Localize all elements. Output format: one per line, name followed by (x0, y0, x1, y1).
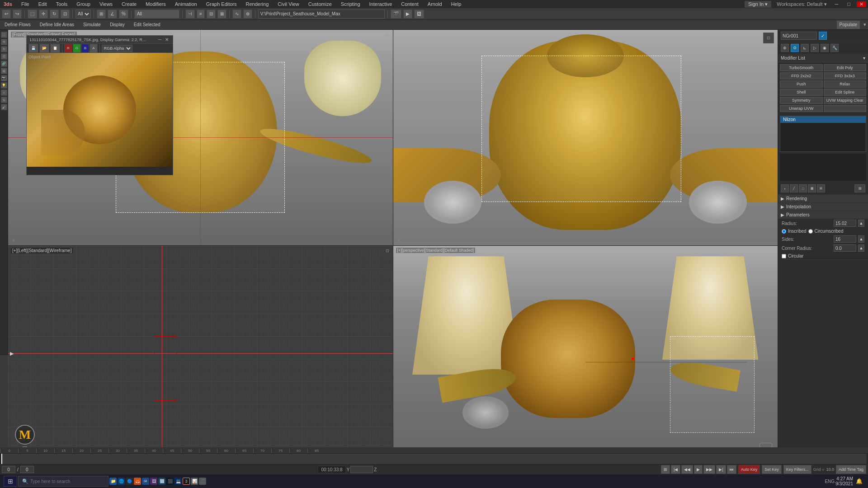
mod-unwrapuvw[interactable]: Unwrap UVW (780, 105, 823, 112)
radius-spinner[interactable]: ▲ (858, 220, 864, 227)
align-btn[interactable]: ≡ (197, 9, 205, 19)
y-coord[interactable] (350, 466, 373, 473)
circular-checkbox[interactable] (782, 254, 786, 258)
panel-icon-modify[interactable]: ⚙ (791, 44, 799, 52)
channel-b[interactable]: B (81, 44, 89, 53)
simulate-btn[interactable]: Simulate (80, 21, 104, 29)
view-dropdown[interactable]: All (75, 9, 91, 19)
sidebar-unlink[interactable]: ⛓ (1, 68, 7, 74)
taskbar-misc1[interactable]: 📊 (191, 478, 198, 485)
next-key-btn[interactable]: ▶▶ (703, 465, 715, 474)
define-idle-areas-btn[interactable]: Define Idle Areas (37, 21, 77, 29)
taskbar-chrome[interactable]: 🔵 (126, 478, 133, 485)
select-btn[interactable]: ⬚ (28, 9, 37, 19)
set-key-btn[interactable]: Set Key (762, 465, 782, 474)
preview-close[interactable]: ✕ (164, 37, 170, 42)
render-setup-btn[interactable]: 🎬 (391, 9, 401, 19)
sidebar-rotate[interactable]: ↻ (1, 46, 7, 52)
channel-a[interactable]: A (90, 44, 97, 53)
mod-ffd2x2x2[interactable]: FFD 2x2x2 (780, 72, 823, 80)
next-frame-btn[interactable]: ▶| (716, 465, 726, 474)
sidebar-link[interactable]: 🔗 (1, 61, 7, 67)
subobj-edges[interactable]: ╱ (790, 184, 798, 192)
snap-percent-btn[interactable]: % (119, 9, 128, 19)
vp-icon-persp[interactable]: ⊡ (763, 33, 774, 43)
menu-create[interactable]: Create (120, 1, 138, 7)
modifier-list-arrow[interactable]: ▾ (863, 56, 865, 61)
taskbar-edge[interactable]: 🌐 (118, 478, 125, 485)
object-name-confirm[interactable]: ✓ (819, 32, 827, 40)
taskbar-mail[interactable]: ✉ (142, 478, 149, 485)
filepath-input[interactable] (258, 9, 385, 19)
menu-file[interactable]: File (19, 1, 31, 7)
mod-empty[interactable] (824, 105, 867, 112)
sidebar-helper[interactable]: + (1, 89, 7, 96)
sign-in-btn[interactable]: Sign In ▾ (745, 1, 771, 8)
prev-copy[interactable]: 📋 (50, 44, 60, 53)
create-sel-btn[interactable]: All (134, 9, 179, 19)
vp-icon-left[interactable]: ⊡ (386, 249, 389, 253)
panel-icon-hierarchy[interactable]: ⊾ (801, 44, 809, 52)
sidebar-camera[interactable]: 📷 (1, 75, 7, 81)
menu-modifiers[interactable]: Modifiers (144, 1, 168, 7)
mod-relax[interactable]: Relax (824, 80, 867, 88)
menu-views[interactable]: Views (98, 1, 114, 7)
search-bar[interactable]: 🔍 (18, 476, 108, 487)
mod-editspline[interactable]: Edit Spline (824, 89, 867, 96)
param-btn[interactable]: ▤ (854, 184, 865, 192)
menu-group[interactable]: Group (75, 1, 92, 7)
edit-selected-btn[interactable]: Edit Selected (131, 21, 163, 29)
populate-btn[interactable]: Populate (837, 21, 860, 29)
taskbar-firefox[interactable]: 🦊 (134, 478, 141, 485)
prev-open[interactable]: 📂 (39, 44, 49, 53)
panel-icon-create[interactable]: ⊕ (781, 44, 789, 52)
taskbar-misc2[interactable]: 🎵 (199, 478, 206, 485)
rotate-btn[interactable]: ↻ (50, 9, 59, 19)
interpolation-header[interactable]: ▶ Interpolation (778, 203, 868, 211)
window-maximize[interactable]: □ (844, 1, 853, 7)
sidebar-light[interactable]: 💡 (1, 82, 7, 89)
taskbar-vscode[interactable]: 💻 (175, 478, 182, 485)
menu-animation[interactable]: Animation (173, 1, 199, 7)
subobj-vertices[interactable]: • (781, 184, 789, 192)
panel-icon-utilities[interactable]: 🔧 (830, 44, 839, 52)
nav-arrow[interactable]: ▶ (10, 350, 14, 356)
menu-civil-view[interactable]: Civil View (276, 1, 301, 7)
render-btn[interactable]: ▶ (403, 9, 412, 19)
key-filters-btn[interactable]: Key Filters... (783, 465, 811, 474)
menu-scripting[interactable]: Scripting (339, 1, 362, 7)
channel-select[interactable]: RGB Alpha (102, 45, 132, 52)
sidebar-space[interactable]: S (1, 97, 7, 103)
undo-btn[interactable]: ↩ (2, 9, 11, 19)
menu-tools[interactable]: Tools (54, 1, 70, 7)
sidebar-paint[interactable]: 🖌 (1, 104, 7, 110)
taskbar-terminal[interactable]: ⬛ (166, 478, 174, 485)
start-btn[interactable]: ⊞ (4, 476, 17, 487)
app-icon[interactable]: 3ds (2, 1, 14, 7)
mod-editpoly[interactable]: Edit Poly (824, 64, 867, 71)
search-input[interactable] (30, 479, 94, 484)
populate-arrow[interactable]: ▾ (863, 22, 866, 28)
define-flows-btn[interactable]: Define Flows (2, 21, 33, 29)
object-name-input[interactable] (781, 32, 817, 40)
mod-symmetry[interactable]: Symmetry (780, 97, 823, 104)
corner-radius-input[interactable] (834, 244, 856, 252)
vp-icon-front[interactable]: ⊡ (386, 33, 389, 37)
display-btn[interactable]: Display (107, 21, 127, 29)
window-minimize[interactable]: ─ (832, 1, 841, 7)
frame-current-input[interactable] (20, 466, 34, 473)
snap-btn[interactable]: ⊞ (97, 9, 106, 19)
mod-turbosmooth[interactable]: TurboSmooth (780, 64, 823, 71)
mirror-btn[interactable]: ⊣ (185, 9, 195, 19)
mod-uvwclear[interactable]: UVW Mapping Clear (824, 97, 867, 104)
radius-input[interactable] (834, 220, 856, 227)
menu-arnold[interactable]: Arnold (426, 1, 444, 7)
schematic-btn[interactable]: ⊛ (243, 9, 252, 19)
mod-ffd3x3x3[interactable]: FFD 3x3x3 (824, 72, 867, 80)
menu-graph-editors[interactable]: Graph Editors (204, 1, 239, 7)
taskbar-3dsmax[interactable]: 3 (183, 478, 190, 485)
scale-btn[interactable]: ⊡ (61, 9, 70, 19)
notification-icon[interactable]: 🔔 (854, 478, 864, 484)
sidebar-move[interactable]: ✛ (1, 39, 7, 45)
circumscribed-radio[interactable] (808, 229, 813, 234)
